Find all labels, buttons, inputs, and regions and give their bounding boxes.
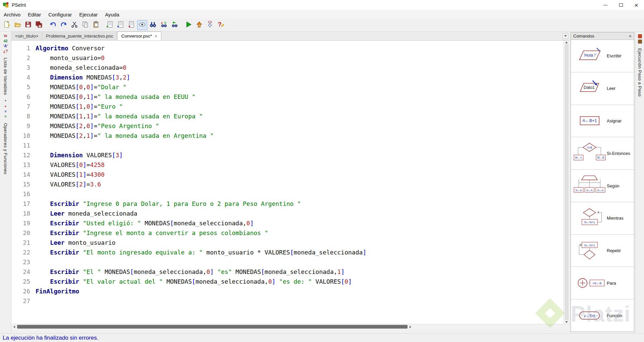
find-replace-button[interactable]: ab [159, 20, 169, 30]
left-sidebar: Vr42'A'¿?Lista de Variables*+=<Operadore… [0, 32, 11, 333]
find-button[interactable] [148, 20, 158, 30]
help-quick-button[interactable]: ? [216, 20, 226, 30]
code-line[interactable]: 5 MONEDAS[0,0]="Dolar " [11, 82, 564, 92]
sidebar-tab-lista-de-variables[interactable]: Lista de Variables [3, 58, 8, 95]
code-line[interactable]: 14 VALORES[1]=4300 [11, 170, 564, 179]
code-line[interactable]: 22 Escribir "El monto ingresado equivale… [11, 247, 564, 257]
code-text: MONEDAS[2,1]=" la moneda usada en Argent… [36, 131, 214, 140]
line-number: 16 [11, 189, 36, 199]
code-line[interactable]: 6 MONEDAS[0,1]=" la moneda usada en EEUU… [11, 92, 564, 102]
right-sidebar-label[interactable]: Ejecución Paso a Paso [637, 48, 642, 97]
indent-doc-button[interactable] [105, 20, 115, 30]
redo-button[interactable] [59, 20, 69, 30]
run-step-button[interactable]: 1 [194, 20, 204, 30]
line-number: 7 [11, 102, 36, 111]
command-item-si-entonces[interactable]: A>BM←AM←BSi-Entonces [571, 137, 634, 170]
cut-button[interactable] [69, 20, 79, 30]
horizontal-scrollbar[interactable] [11, 324, 569, 329]
scroll-right-icon [410, 326, 411, 328]
uncomment-doc-button[interactable] [126, 20, 137, 30]
step-run-icon[interactable] [638, 34, 642, 38]
code-line[interactable]: 17 Escribir "Ingrese 0 para Dolar, 1 par… [11, 199, 564, 209]
command-item-mientras[interactable]: N←N+1Mientras [571, 202, 634, 235]
tab-close-icon[interactable]: × [155, 34, 157, 39]
code-line[interactable]: 13 VALORES[0]=4258 [11, 160, 564, 170]
comment-doc-icon [117, 21, 124, 30]
command-item-segun[interactable]: N←AN←AN←ASegún [571, 170, 634, 202]
menu-item-configurar[interactable]: Configurar [45, 10, 75, 19]
command-item-para[interactable]: A0←BPara [571, 267, 634, 299]
svg-text:a: a [161, 21, 163, 24]
command-label: Si-Entonces [607, 151, 633, 156]
syntax-check-button[interactable] [137, 20, 147, 30]
comment-doc-button[interactable] [116, 20, 126, 30]
code-line[interactable]: 16 [11, 189, 564, 199]
save-file-icon [24, 21, 32, 30]
find-next-icon [171, 21, 178, 30]
code-line[interactable]: 11 [11, 140, 564, 150]
run-button[interactable] [183, 20, 194, 30]
sidebar-tab-operadores-y-funciones[interactable]: Operadores y Funciones [3, 123, 8, 174]
code-line[interactable]: 18 Leer moneda_seleccionada [11, 209, 564, 218]
code-text: Escribir "Ingrese 0 para Dolar, 1 para E… [36, 199, 301, 209]
code-text: MONEDAS[0,1]=" la moneda usada en EEUU " [36, 92, 196, 102]
code-line[interactable]: 26FinAlgoritmo [11, 286, 564, 296]
code-text: MONEDAS[1,0]="Euro " [36, 102, 123, 111]
code-line[interactable]: 19 Escribir "Usted eligió: " MONEDAS[mon… [11, 218, 564, 228]
undo-button[interactable] [48, 20, 58, 30]
save-file-button[interactable] [23, 20, 33, 30]
menu-item-ayuda[interactable]: Ayuda [101, 10, 123, 19]
code-line[interactable]: 20 Escribir "Ingrese el monto a converti… [11, 228, 564, 238]
lista-de-variables-icon: Vr [4, 34, 7, 39]
commands-close-button[interactable]: × [629, 34, 632, 39]
command-item-escribir[interactable]: 'Hola !'Escribir [571, 40, 634, 72]
copy-button[interactable] [80, 20, 90, 30]
vertical-scrollbar[interactable] [564, 41, 569, 324]
code-editor[interactable]: 1Algoritmo Conversor2 monto_usuario=03 m… [11, 41, 564, 324]
save-all-button[interactable] [34, 20, 44, 30]
code-line[interactable]: 2 monto_usuario=0 [11, 53, 564, 63]
code-line[interactable]: 23 [11, 257, 564, 267]
menu-item-archivo[interactable]: Archivo [0, 10, 24, 19]
command-item-asignar[interactable]: A←B+1Asignar [571, 105, 634, 137]
new-file-button[interactable] [2, 20, 12, 30]
code-line[interactable]: 7 MONEDAS[1,0]="Euro " [11, 102, 564, 111]
draw-flowchart-button[interactable] [205, 20, 215, 30]
code-line[interactable]: 12 Dimension VALORES[3] [11, 150, 564, 160]
tab-list-dropdown-button[interactable] [562, 33, 568, 39]
menu-item-editar[interactable]: Editar [24, 10, 45, 19]
minimize-button[interactable] [598, 0, 613, 10]
command-item-funcion[interactable]: y←f(x)Función [571, 299, 634, 332]
code-line[interactable]: 4 Dimension MONEDAS[3,2] [11, 72, 564, 82]
code-line[interactable]: 3 moneda_seleccionada=0 [11, 63, 564, 72]
menu-item-ejecutar[interactable]: Ejecutar [75, 10, 101, 19]
code-line[interactable]: 9 MONEDAS[2,0]="Peso Argentino " [11, 121, 564, 131]
horizontal-scroll-thumb[interactable] [17, 325, 408, 329]
vertical-scroll-thumb[interactable] [565, 44, 569, 320]
code-line[interactable]: 1Algoritmo Conversor [11, 43, 564, 53]
paste-button[interactable] [91, 20, 101, 30]
code-line[interactable]: 21 Leer monto_usuario [11, 238, 564, 247]
code-line[interactable]: 10 MONEDAS[2,1]=" la moneda usada en Arg… [11, 131, 564, 140]
open-file-button[interactable] [12, 20, 22, 30]
svg-text:N←N+1: N←N+1 [584, 221, 595, 224]
close-button[interactable]: × [629, 0, 644, 10]
scroll-down-icon [565, 321, 568, 323]
tab-sin-titulo[interactable]: <sin_titulo> [11, 32, 42, 40]
code-line[interactable]: 27 [11, 296, 564, 306]
tab-conversor-psc[interactable]: Conversor.psc*× [117, 32, 161, 40]
line-number: 2 [11, 53, 36, 63]
lista-de-variables-icon: 42 [3, 39, 7, 44]
command-item-repetir[interactable]: N←N+1Repetir [571, 235, 634, 267]
maximize-button[interactable] [613, 0, 629, 10]
line-number: 19 [11, 218, 36, 228]
command-item-leer[interactable]: Dato1Leer [571, 72, 634, 105]
tab-problema-puente-interactivo-psc[interactable]: Problema_puente_interactivo.psc [42, 32, 117, 40]
code-line[interactable]: 24 Escribir "El " MONEDAS[moneda_selecci… [11, 267, 564, 277]
maximize-icon [619, 3, 623, 7]
find-next-button[interactable] [169, 20, 179, 30]
code-line[interactable]: 8 MONEDAS[1,1]=" la moneda usada en Euro… [11, 111, 564, 121]
code-line[interactable]: 15 VALORES[2]=3.6 [11, 179, 564, 189]
code-line[interactable]: 25 Escribir "El valor actual del " MONED… [11, 277, 564, 286]
breakpoint-icon[interactable] [638, 40, 642, 44]
